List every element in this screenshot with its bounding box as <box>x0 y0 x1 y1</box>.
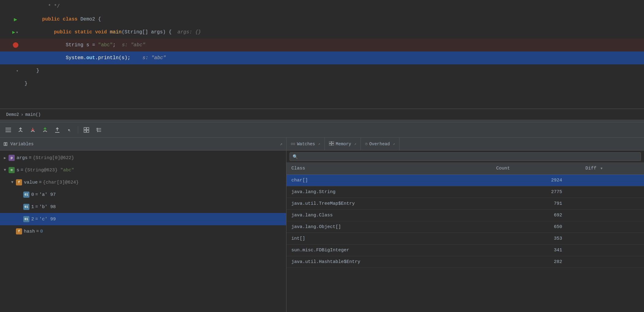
evaluate-cursor-btn[interactable]: ▼I <box>64 125 75 135</box>
mem-class-int-arr: int[] <box>286 233 491 244</box>
mem-class-treemap: java.util.TreeMap$Entry <box>286 198 491 209</box>
var-name-idx1: 1 <box>31 204 34 210</box>
var-row-args[interactable]: ▶ p args = {String[0]@622} <box>0 152 286 164</box>
expand-value[interactable]: ▼ <box>10 180 15 185</box>
memory-search-input[interactable] <box>290 152 641 161</box>
code-line-println: System.out.println(s); s: "abc" <box>0 51 644 64</box>
mem-row-class[interactable]: java.lang.Class 692 <box>286 209 644 221</box>
var-val-s-str: "abc" <box>58 168 74 173</box>
frames-btn[interactable] <box>81 125 92 135</box>
var-row-s[interactable]: ▼ ≡ s = {String@623} "abc" <box>0 164 286 176</box>
debug-arrow-main[interactable]: ▶ <box>12 29 15 35</box>
variables-panel-body: ▶ p args = {String[0]@622} ▼ ≡ s = {Stri… <box>0 150 286 312</box>
variables-popout-btn[interactable]: ↗ <box>280 141 282 146</box>
var-val-args: {String[0]@622} <box>33 155 74 161</box>
mem-diff-treemap <box>581 198 644 209</box>
toolbar-divider <box>78 126 78 134</box>
breakpoint-string[interactable] <box>13 42 18 48</box>
tab-memory[interactable]: Memory ↗ <box>325 138 361 150</box>
gutter-close1: ▾ <box>3 69 21 73</box>
code-editor: * */ ▶ public class Demo2 { ▶ ▾ public s… <box>0 0 644 109</box>
memory-table: Class Count Diff ▼ char[] 292 <box>286 163 644 268</box>
var-row-idx0[interactable]: ▶ 01 0 = 'a' 97 <box>0 188 286 201</box>
var-eq-value: = <box>39 180 42 185</box>
svg-rect-9 <box>87 130 89 132</box>
expand-s[interactable]: ▼ <box>2 168 7 172</box>
svg-rect-14 <box>4 143 5 146</box>
tab-watches[interactable]: oo Watches ↗ <box>286 138 325 150</box>
var-val-idx0: 'a' 97 <box>39 192 56 197</box>
variables-panel-actions: ↗ <box>280 141 282 146</box>
var-eq-s: = <box>21 168 23 173</box>
var-eq-idx1: = <box>35 204 38 210</box>
threads-btn[interactable] <box>93 125 104 135</box>
var-row-value[interactable]: ▼ f value = {char[3]@624} <box>0 176 286 188</box>
mem-row-string[interactable]: java.lang.String 2775 <box>286 186 644 198</box>
fold-icon-main[interactable]: ▾ <box>16 30 18 35</box>
variables-icon <box>4 142 9 146</box>
mem-count-string: 2775 <box>491 186 581 198</box>
memory-icon <box>329 141 334 147</box>
var-row-idx2[interactable]: ▶ 01 2 = 'c' 99 <box>0 213 286 225</box>
step-into-btn[interactable] <box>28 125 38 135</box>
var-name-s: s <box>17 168 19 173</box>
run-to-cursor-btn[interactable] <box>52 125 63 135</box>
mem-row-char-arr[interactable]: char[] 2924 <box>286 174 644 186</box>
var-val-idx1: 'b' 98 <box>39 204 56 210</box>
search-wrapper: 🔍 <box>290 152 641 161</box>
badge-value: f <box>16 179 22 185</box>
svg-rect-7 <box>87 127 89 130</box>
var-name-idx0: 0 <box>31 192 34 197</box>
var-row-hash[interactable]: ▶ f hash = 0 <box>0 225 286 238</box>
badge-idx0: 01 <box>23 192 29 198</box>
fold-icon-close1[interactable]: ▾ <box>16 69 18 73</box>
var-val-idx2: 'c' 99 <box>39 217 56 222</box>
code-content-close2: } <box>21 77 644 90</box>
tab-overhead-label: Overhead <box>369 142 390 146</box>
variables-panel: Variables ↗ ▶ p args = {String[0]@622} ▼… <box>0 138 286 312</box>
mem-row-hashtable[interactable]: java.util.Hashtable$Entry 282 <box>286 256 644 268</box>
mem-count-char-arr: 2924 <box>491 174 581 186</box>
search-icon: 🔍 <box>293 154 298 159</box>
badge-idx1: 01 <box>23 204 29 210</box>
tab-overhead[interactable]: ◷ Overhead ↗ <box>361 138 400 150</box>
step-over-up-btn[interactable] <box>15 125 26 135</box>
var-eq-idx2: = <box>35 217 38 222</box>
var-name-hash: hash <box>24 229 35 234</box>
overhead-popout[interactable]: ↗ <box>393 142 395 146</box>
mem-count-int-arr: 353 <box>491 233 581 244</box>
expand-args[interactable]: ▶ <box>2 156 7 160</box>
right-panel: oo Watches ↗ Memory ↗ ◷ Overhead ↗ 🔍 <box>286 138 644 312</box>
code-line-close1: ▾ } <box>0 64 644 77</box>
mem-class-object-arr: java.lang.Object[] <box>286 221 491 233</box>
badge-s: ≡ <box>9 167 15 173</box>
var-row-idx1[interactable]: ▶ 01 1 = 'b' 98 <box>0 201 286 213</box>
gutter-main: ▶ ▾ <box>3 29 21 35</box>
tab-memory-label: Memory <box>336 142 351 146</box>
var-val-value: {char[3]@624} <box>43 180 79 185</box>
svg-rect-15 <box>6 143 7 146</box>
run-arrow-class[interactable]: ▶ <box>14 16 17 23</box>
watches-popout[interactable]: ↗ <box>318 142 320 146</box>
mem-count-fdbig: 341 <box>491 244 581 256</box>
col-count-header: Count <box>491 163 581 174</box>
var-eq-idx0: = <box>35 192 38 197</box>
mem-class-char-arr: char[] <box>286 174 491 186</box>
col-diff-label: Diff <box>585 166 597 171</box>
mem-diff-hashtable <box>581 256 644 268</box>
step-out-btn[interactable] <box>40 125 50 135</box>
svg-rect-2 <box>6 131 11 132</box>
watches-icon: oo <box>291 142 295 146</box>
var-name-idx2: 2 <box>31 217 34 222</box>
mem-row-fdbig[interactable]: sun.misc.FDBigInteger 341 <box>286 244 644 256</box>
col-diff-header[interactable]: Diff ▼ <box>581 163 644 174</box>
mem-row-int-arr[interactable]: int[] 353 <box>286 233 644 244</box>
mem-row-object-arr[interactable]: java.lang.Object[] 650 <box>286 221 644 233</box>
debug-toolbar: ▼I <box>0 122 644 138</box>
svg-rect-8 <box>84 130 86 132</box>
memory-popout[interactable]: ↗ <box>354 142 356 146</box>
menu-btn[interactable] <box>3 125 13 135</box>
memory-table-container: Class Count Diff ▼ char[] 292 <box>286 163 644 312</box>
mem-class-class: java.lang.Class <box>286 209 491 221</box>
mem-row-treemap[interactable]: java.util.TreeMap$Entry 791 <box>286 198 644 209</box>
